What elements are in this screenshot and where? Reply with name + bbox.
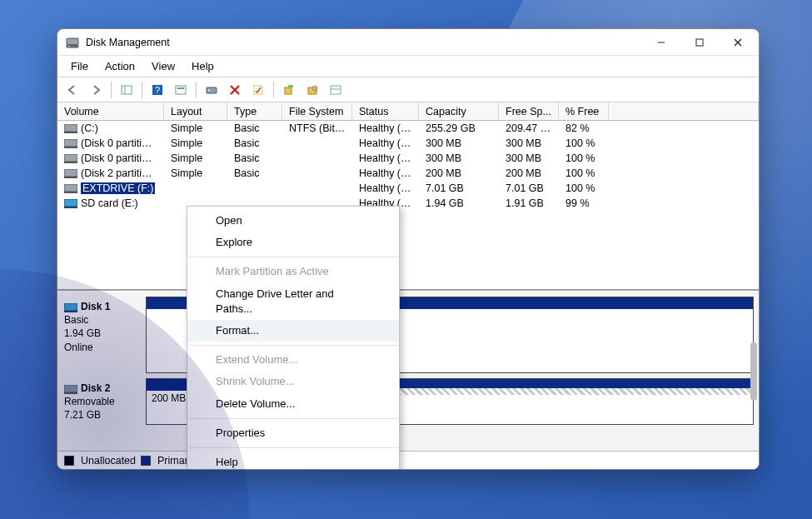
context-item[interactable]: Delete Volume... xyxy=(187,393,399,415)
context-item[interactable]: Change Drive Letter and Paths... xyxy=(187,283,399,320)
volume-filesystem: NTFS (BitLo... xyxy=(282,122,352,135)
volume-name: (C:) xyxy=(81,122,98,134)
toolbar: ? xyxy=(57,77,759,102)
svg-rect-33 xyxy=(64,192,77,193)
svg-text:?: ? xyxy=(155,85,160,95)
column-headers: Volume Layout Type File System Status Ca… xyxy=(57,102,759,121)
svg-rect-39 xyxy=(64,392,77,394)
volume-pctfree: 100 % xyxy=(559,137,609,150)
svg-rect-30 xyxy=(64,169,77,177)
refresh-button[interactable] xyxy=(202,80,222,100)
disk-map: Disk 1 Basic 1.94 GB Online Disk 2 Remov… xyxy=(57,291,759,451)
menu-help[interactable]: Help xyxy=(183,57,222,75)
svg-rect-34 xyxy=(64,199,77,207)
maximize-button[interactable] xyxy=(680,30,719,55)
context-item[interactable]: Explore xyxy=(187,232,399,253)
col-free[interactable]: Free Sp... xyxy=(499,102,559,120)
legend: Unallocated Primary partition xyxy=(57,451,759,469)
svg-rect-12 xyxy=(177,87,184,89)
action-icon[interactable] xyxy=(302,80,322,100)
context-item: Shrink Volume... xyxy=(187,371,399,392)
context-item[interactable]: Help xyxy=(187,452,399,470)
volume-layout: Simple xyxy=(164,122,227,135)
menu-view[interactable]: View xyxy=(143,57,183,75)
volume-layout: Simple xyxy=(164,152,227,165)
volume-filesystem xyxy=(282,142,352,144)
volume-capacity: 300 MB xyxy=(419,152,499,165)
toolbar-separator xyxy=(273,82,274,98)
menu-file[interactable]: File xyxy=(62,57,97,75)
minimize-button[interactable] xyxy=(642,30,680,55)
volume-filesystem xyxy=(282,187,352,189)
context-item[interactable]: Properties xyxy=(187,422,399,444)
svg-rect-31 xyxy=(64,177,77,178)
volume-layout: Simple xyxy=(164,137,227,150)
drive-icon xyxy=(64,139,77,148)
volume-free: 300 MB xyxy=(499,137,559,150)
col-layout[interactable]: Layout xyxy=(164,102,227,120)
volume-row[interactable]: (C:)SimpleBasicNTFS (BitLo...Healthy (B.… xyxy=(57,121,759,136)
svg-rect-11 xyxy=(176,86,186,94)
volume-filesystem xyxy=(282,202,352,204)
svg-rect-18 xyxy=(285,87,291,94)
context-menu: OpenExploreMark Partition as ActiveChang… xyxy=(187,206,400,470)
context-item[interactable]: Format... xyxy=(187,320,399,342)
action-icon[interactable] xyxy=(279,80,299,100)
volume-row[interactable]: EXTDRIVE (F:)Healthy (B...7.01 GB7.01 GB… xyxy=(57,181,759,196)
disk-label: Disk 2 xyxy=(81,382,110,394)
context-item[interactable]: Open xyxy=(187,210,399,232)
help-button[interactable]: ? xyxy=(147,80,167,100)
volume-free: 1.91 GB xyxy=(499,197,559,210)
disk-row[interactable]: Disk 1 Basic 1.94 GB Online xyxy=(62,297,754,373)
volume-row[interactable]: (Disk 0 partition 1)SimpleBasicHealthy (… xyxy=(57,136,759,151)
show-hide-tree-button[interactable] xyxy=(117,80,137,100)
svg-rect-28 xyxy=(64,154,77,162)
disk-label: Disk 1 xyxy=(81,301,110,312)
svg-rect-0 xyxy=(67,38,78,45)
app-icon xyxy=(66,36,79,49)
disk-row[interactable]: Disk 2 Removable 7.21 GB 200 MB EXTDRIVE… xyxy=(62,378,754,425)
volume-name: EXTDRIVE (F:) xyxy=(81,182,155,194)
delete-icon[interactable] xyxy=(225,80,245,100)
legend-swatch-unallocated xyxy=(64,456,74,466)
col-filesystem[interactable]: File System xyxy=(282,102,352,120)
volume-name: (Disk 0 partition 2) xyxy=(81,152,164,164)
disk-status: Online xyxy=(64,341,142,354)
volume-type xyxy=(227,202,282,204)
svg-rect-35 xyxy=(64,207,77,208)
volume-row[interactable]: (Disk 0 partition 2)SimpleBasicHealthy (… xyxy=(57,151,759,166)
toolbar-separator xyxy=(142,82,142,98)
col-pctfree[interactable]: % Free xyxy=(559,102,609,120)
col-type[interactable]: Type xyxy=(227,102,282,120)
action-icon[interactable] xyxy=(326,80,346,100)
settings-button[interactable] xyxy=(171,80,191,100)
forward-button[interactable] xyxy=(86,80,106,100)
volume-row[interactable]: (Disk 2 partition 1)SimpleBasicHealthy (… xyxy=(57,166,759,181)
titlebar: Disk Management xyxy=(57,29,759,56)
volume-free: 300 MB xyxy=(499,152,559,165)
menu-action[interactable]: Action xyxy=(97,57,143,75)
legend-label-unallocated: Unallocated xyxy=(81,455,136,467)
volume-status: Healthy (B... xyxy=(352,122,419,135)
volume-capacity: 1.94 GB xyxy=(419,197,499,210)
volume-capacity: 7.01 GB xyxy=(419,182,499,195)
svg-point-14 xyxy=(208,89,210,91)
col-spacer xyxy=(609,102,759,120)
volume-pctfree: 99 % xyxy=(559,197,609,210)
drive-icon xyxy=(64,199,77,208)
col-status[interactable]: Status xyxy=(352,102,419,120)
volume-row[interactable]: SD card (E:)Healthy (B...1.94 GB1.91 GB9… xyxy=(57,196,759,211)
svg-rect-37 xyxy=(64,311,77,312)
close-button[interactable] xyxy=(719,30,757,55)
svg-point-2 xyxy=(68,45,70,47)
properties-button[interactable] xyxy=(248,80,268,100)
back-button[interactable] xyxy=(62,80,82,100)
volume-list: Volume Layout Type File System Status Ca… xyxy=(57,102,759,291)
col-volume[interactable]: Volume xyxy=(57,102,164,120)
toolbar-separator xyxy=(196,82,197,98)
scrollbar-thumb[interactable] xyxy=(750,342,757,401)
volume-capacity: 255.29 GB xyxy=(419,122,499,135)
volume-pctfree: 100 % xyxy=(559,152,609,165)
volume-filesystem xyxy=(282,172,352,174)
col-capacity[interactable]: Capacity xyxy=(419,102,499,120)
